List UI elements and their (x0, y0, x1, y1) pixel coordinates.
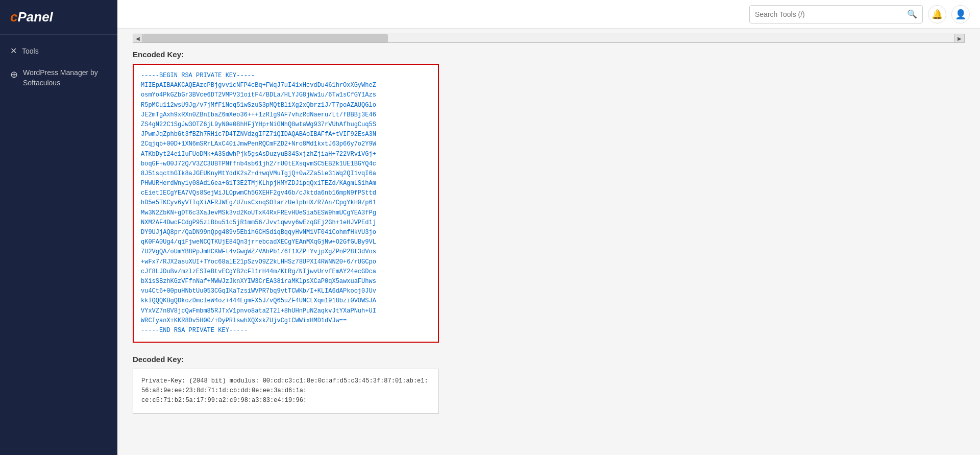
tools-icon: ✕ (10, 46, 17, 56)
notification-button[interactable]: 🔔 (928, 5, 946, 23)
cpanel-logo-c: c (10, 9, 17, 25)
search-icon: 🔍 (907, 9, 917, 19)
decoded-key-label: Decoded Key: (133, 355, 965, 364)
scroll-thumb[interactable] (143, 34, 388, 42)
cpanel-logo-panel: Panel (17, 9, 53, 25)
sidebar-item-tools[interactable]: ✕ Tools (0, 40, 117, 62)
horizontal-scrollbar[interactable]: ◀ ▶ (133, 34, 965, 43)
topbar: 🔍 🔔 👤 (117, 0, 980, 29)
user-icon: 👤 (955, 9, 966, 20)
wordpress-icon: ⊕ (10, 69, 18, 80)
sidebar-navigation: ✕ Tools ⊕ WordPress Manager by Softaculo… (0, 35, 117, 99)
sidebar-item-wordpress-manager[interactable]: ⊕ WordPress Manager by Softaculous (0, 62, 117, 94)
encoded-key-label: Encoded Key: (133, 50, 965, 59)
sidebar-logo: cPanel (0, 0, 117, 35)
sidebar: cPanel ✕ Tools ⊕ WordPress Manager by So… (0, 0, 117, 455)
notification-icon: 🔔 (932, 9, 943, 20)
scroll-right-arrow[interactable]: ▶ (954, 34, 965, 43)
sidebar-item-tools-label: Tools (22, 47, 39, 55)
decoded-key-box: Private-Key: (2048 bit) modulus: 00:cd:c… (133, 369, 439, 414)
search-input[interactable] (755, 10, 904, 18)
content-area: ◀ ▶ Encoded Key: -----BEGIN RSA PRIVATE … (117, 29, 980, 455)
search-container[interactable]: 🔍 (749, 5, 923, 23)
user-button[interactable]: 👤 (951, 5, 970, 23)
encoded-key-box: -----BEGIN RSA PRIVATE KEY----- MIIEpAIB… (133, 64, 439, 343)
sidebar-item-wp-label: WordPress Manager by Softaculous (23, 68, 98, 88)
scroll-left-arrow[interactable]: ◀ (133, 34, 143, 43)
main-area: 🔍 🔔 👤 ◀ ▶ Encoded Key: -----BEGIN RSA PR… (117, 0, 980, 455)
scroll-track[interactable] (143, 34, 954, 43)
